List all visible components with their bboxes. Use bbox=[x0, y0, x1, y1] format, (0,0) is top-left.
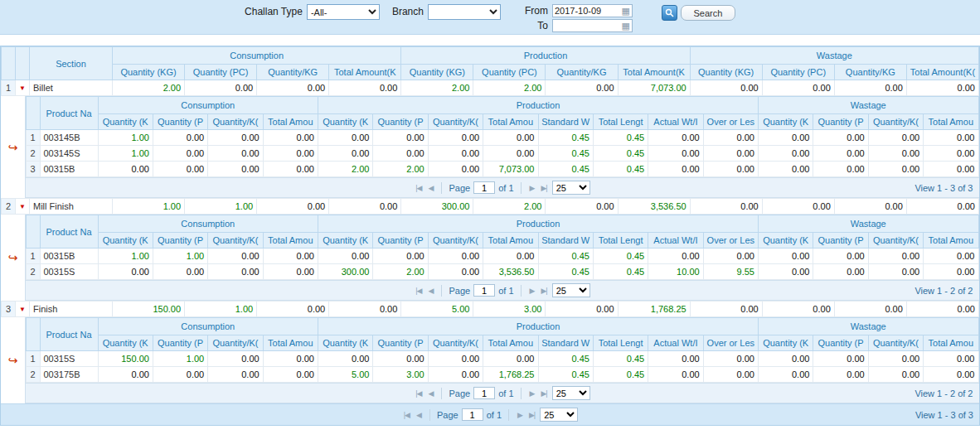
branch-select[interactable] bbox=[428, 4, 501, 20]
column-header[interactable]: Quantity/K( bbox=[868, 114, 923, 130]
column-header[interactable]: Total Amou bbox=[924, 335, 978, 351]
column-header[interactable]: Quantity (K bbox=[98, 233, 153, 249]
pager-next-icon[interactable]: ▶ bbox=[528, 184, 536, 192]
column-header[interactable]: Quantity (K bbox=[98, 335, 153, 351]
pager-last-icon[interactable]: ▶| bbox=[539, 287, 548, 295]
column-header[interactable]: Quantity/K( bbox=[428, 114, 483, 130]
pager-size-select[interactable]: 25 bbox=[552, 386, 590, 400]
pager-first-icon[interactable]: |◀ bbox=[414, 389, 423, 398]
pager-next-icon[interactable]: ▶ bbox=[528, 287, 536, 295]
product-column-header[interactable]: Product Na bbox=[40, 215, 98, 249]
column-header[interactable]: Quantity (P bbox=[373, 114, 428, 130]
pager-last-icon[interactable]: ▶| bbox=[539, 184, 548, 192]
column-header[interactable]: Quantity (P bbox=[153, 335, 207, 351]
column-header[interactable]: Quantity/K( bbox=[208, 233, 263, 249]
calendar-icon[interactable]: ▦ bbox=[622, 22, 632, 31]
collapse-row-icon[interactable]: ▼ bbox=[16, 302, 30, 317]
column-header[interactable]: Total Amou bbox=[263, 335, 318, 351]
column-header[interactable]: Over or Les bbox=[703, 335, 758, 351]
pager-prev-icon[interactable]: ◀ bbox=[427, 389, 435, 398]
column-header[interactable]: Quantity (PC) bbox=[473, 65, 546, 80]
column-header[interactable]: Standard W bbox=[538, 335, 593, 351]
detail-row[interactable]: 100315B1.001.000.000.000.000.000.000.000… bbox=[26, 249, 978, 264]
column-header[interactable]: Quantity (K bbox=[318, 114, 373, 130]
column-header[interactable]: Quantity (P bbox=[153, 233, 207, 249]
from-date-input[interactable] bbox=[553, 6, 622, 16]
column-header[interactable]: Quantity (KG) bbox=[401, 65, 473, 80]
detail-row[interactable]: 300315B0.000.000.000.002.002.000.007,073… bbox=[26, 162, 978, 177]
column-header[interactable]: Quantity/KG bbox=[546, 65, 618, 80]
master-row[interactable]: 3▼Finish150.001.000.000.005.003.000.001,… bbox=[2, 302, 979, 317]
detail-row[interactable]: 200315S0.000.000.000.00300.002.000.003,5… bbox=[26, 264, 978, 280]
pager-next-icon[interactable]: ▶ bbox=[528, 389, 536, 398]
column-header[interactable]: Quantity/K( bbox=[428, 233, 483, 249]
column-header[interactable]: Standard W bbox=[538, 233, 593, 249]
column-header[interactable]: Total Amou bbox=[263, 114, 318, 130]
column-header[interactable]: Quantity/K( bbox=[428, 335, 483, 351]
column-header[interactable]: Total Amou bbox=[483, 114, 538, 130]
column-header[interactable]: Total Amou bbox=[924, 114, 978, 130]
pager-page-input[interactable] bbox=[462, 408, 483, 421]
column-header[interactable]: Actual Wt/I bbox=[648, 114, 703, 130]
column-header[interactable]: Quantity (P bbox=[813, 335, 868, 351]
column-header[interactable]: Quantity (K bbox=[759, 233, 813, 249]
pager-last-icon[interactable]: ▶| bbox=[527, 411, 536, 419]
column-header[interactable]: Quantity/KG bbox=[257, 65, 329, 80]
column-header[interactable]: Quantity (P bbox=[813, 114, 868, 130]
pager-page-input[interactable] bbox=[473, 181, 495, 194]
column-header[interactable]: Quantity/K( bbox=[868, 233, 923, 249]
column-header[interactable]: Quantity (K bbox=[318, 233, 373, 249]
column-header[interactable]: Total Lengt bbox=[593, 335, 648, 351]
column-header[interactable]: Over or Les bbox=[703, 114, 758, 130]
pager-first-icon[interactable]: |◀ bbox=[402, 411, 411, 419]
column-header[interactable]: Total Amou bbox=[483, 335, 538, 351]
product-column-header[interactable]: Product Na bbox=[40, 97, 98, 130]
column-header[interactable]: Quantity (PC) bbox=[762, 65, 834, 80]
section-column-header[interactable]: Section bbox=[30, 47, 113, 80]
column-header[interactable]: Quantity/KG bbox=[834, 65, 906, 80]
column-header[interactable]: Quantity/K( bbox=[868, 335, 923, 351]
column-header[interactable]: Quantity/K( bbox=[208, 335, 263, 351]
column-header[interactable]: Total Lengt bbox=[593, 114, 648, 130]
product-column-header[interactable]: Product Na bbox=[40, 318, 98, 351]
search-button[interactable]: Search bbox=[681, 5, 735, 21]
column-header[interactable]: Total Amou bbox=[483, 233, 538, 249]
column-header[interactable]: Total Amount(K bbox=[329, 65, 401, 80]
master-row[interactable]: 1▼Billet2.000.000.000.002.002.000.007,07… bbox=[2, 80, 979, 96]
column-header[interactable]: Standard W bbox=[538, 114, 593, 130]
column-header[interactable]: Over or Les bbox=[703, 233, 758, 249]
pager-prev-icon[interactable]: ◀ bbox=[415, 411, 423, 419]
pager-page-input[interactable] bbox=[473, 387, 495, 399]
search-icon[interactable] bbox=[662, 5, 677, 21]
detail-row[interactable]: 100315S150.001.000.000.000.000.000.000.0… bbox=[26, 351, 978, 367]
detail-row[interactable]: 2003145S1.000.000.000.000.000.000.000.00… bbox=[26, 146, 978, 162]
column-header[interactable]: Quantity (P bbox=[813, 233, 868, 249]
detail-row[interactable]: 2003175B0.000.000.000.005.003.000.001,76… bbox=[26, 367, 978, 383]
column-header[interactable]: Quantity (K bbox=[759, 335, 813, 351]
column-header[interactable]: Quantity (KG) bbox=[113, 65, 185, 80]
pager-last-icon[interactable]: ▶| bbox=[539, 389, 548, 398]
to-date-input[interactable] bbox=[553, 21, 622, 31]
column-header[interactable]: Quantity (KG) bbox=[690, 65, 762, 80]
pager-prev-icon[interactable]: ◀ bbox=[427, 287, 435, 295]
challan-type-select[interactable]: -All- bbox=[307, 4, 380, 20]
master-row[interactable]: 2▼Mill Finish1.001.000.000.00300.002.000… bbox=[2, 199, 979, 215]
pager-size-select[interactable]: 25 bbox=[540, 408, 578, 422]
detail-row[interactable]: 1003145B1.000.000.000.000.000.000.000.00… bbox=[26, 130, 978, 146]
column-header[interactable]: Total Amount(K bbox=[618, 65, 690, 80]
column-header[interactable]: Actual Wt/I bbox=[648, 233, 703, 249]
column-header[interactable]: Actual Wt/I bbox=[648, 335, 703, 351]
column-header[interactable]: Quantity (K bbox=[98, 114, 153, 130]
pager-size-select[interactable]: 25 bbox=[552, 181, 590, 195]
pager-next-icon[interactable]: ▶ bbox=[516, 411, 524, 419]
pager-first-icon[interactable]: |◀ bbox=[414, 184, 423, 192]
column-header[interactable]: Quantity (P bbox=[153, 114, 207, 130]
column-header[interactable]: Quantity (PC) bbox=[185, 65, 257, 80]
collapse-row-icon[interactable]: ▼ bbox=[16, 199, 30, 215]
column-header[interactable]: Quantity (P bbox=[373, 335, 428, 351]
pager-page-input[interactable] bbox=[473, 284, 495, 297]
column-header[interactable]: Total Amou bbox=[263, 233, 318, 249]
column-header[interactable]: Quantity (K bbox=[318, 335, 373, 351]
column-header[interactable]: Quantity/K( bbox=[208, 114, 263, 130]
column-header[interactable]: Total Amount(K( bbox=[906, 65, 978, 80]
